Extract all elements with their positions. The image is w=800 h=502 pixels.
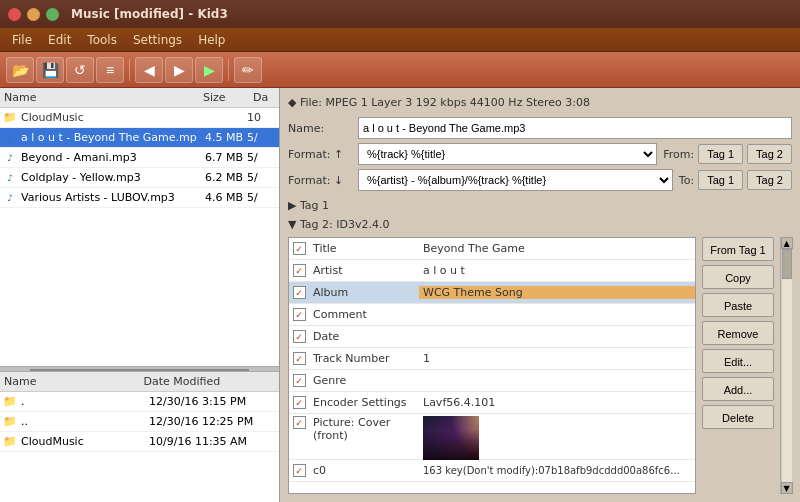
side-buttons: From Tag 1 Copy Paste Remove Edit... Add… — [702, 237, 774, 494]
open-button[interactable]: 📂 — [6, 57, 34, 83]
add-button[interactable]: Add... — [702, 377, 774, 401]
col-size-header: Size — [199, 91, 249, 104]
delete-button[interactable]: Delete — [702, 405, 774, 429]
copy-button[interactable]: Copy — [702, 265, 774, 289]
main-area: Name Size Da 📁 CloudMusic 10 ♪ a l o u t… — [0, 88, 800, 502]
name-input[interactable] — [358, 117, 792, 139]
field-album-value: WCG Theme Song — [419, 286, 695, 299]
format1-from-to: From: Tag 1 Tag 2 — [663, 144, 792, 164]
play-button[interactable]: ▶ — [195, 57, 223, 83]
crowd-silhouette — [423, 430, 479, 460]
format2-tag1-button[interactable]: Tag 1 — [698, 170, 743, 190]
paste-button[interactable]: Paste — [702, 293, 774, 317]
menu-edit[interactable]: Edit — [40, 31, 79, 49]
format1-tag2-button[interactable]: Tag 2 — [747, 144, 792, 164]
check-artist[interactable]: ✓ — [289, 264, 309, 277]
name-row: Name: — [288, 117, 792, 139]
table-row[interactable]: ✓ Title Beyond The Game — [289, 238, 695, 260]
table-row[interactable]: ✓ Date — [289, 326, 695, 348]
file-list-bottom: Name Date Modified 📁 . 12/30/16 3:15 PM … — [0, 372, 279, 502]
reload-button[interactable]: ↺ — [66, 57, 94, 83]
prev-button[interactable]: ◀ — [135, 57, 163, 83]
field-encoder-label: Encoder Settings — [309, 396, 419, 409]
format2-tag2-button[interactable]: Tag 2 — [747, 170, 792, 190]
edit-button[interactable]: Edit... — [702, 349, 774, 373]
field-track-label: Track Number — [309, 352, 419, 365]
table-row[interactable]: ✓ Album WCG Theme Song — [289, 282, 695, 304]
next-button[interactable]: ▶ — [165, 57, 193, 83]
list-item[interactable]: 📁 .. 12/30/16 12:25 PM — [0, 412, 279, 432]
table-row[interactable]: ✓ Artist a l o u t — [289, 260, 695, 282]
splitter-handle — [30, 369, 249, 371]
vertical-scrollbar[interactable]: ▲ ▼ — [780, 237, 792, 494]
check-album[interactable]: ✓ — [289, 286, 309, 299]
menu-file[interactable]: File — [4, 31, 40, 49]
col-date-header: Da — [249, 91, 279, 104]
mp3-icon: ♪ — [2, 130, 18, 146]
field-c0-value: 163 key(Don't modify):07b18afb9dcddd00a8… — [419, 465, 695, 476]
check-title[interactable]: ✓ — [289, 242, 309, 255]
list-item[interactable]: 📁 . 12/30/16 3:15 PM — [0, 392, 279, 412]
tag2-header[interactable]: ▼ Tag 2: ID3v2.4.0 — [288, 218, 390, 231]
check-genre[interactable]: ✓ — [289, 374, 309, 387]
list-item[interactable]: 📁 CloudMusic 10/9/16 11:35 AM — [0, 432, 279, 452]
file-item-date: 10/9/16 11:35 AM — [149, 435, 277, 448]
scroll-thumb[interactable] — [782, 249, 792, 279]
scroll-up-arrow[interactable]: ▲ — [781, 237, 793, 249]
save-button[interactable]: 💾 — [36, 57, 64, 83]
from-tag1-button[interactable]: From Tag 1 — [702, 237, 774, 261]
tag2-section[interactable]: ▼ Tag 2: ID3v2.4.0 — [288, 218, 792, 231]
table-row[interactable]: ✓ Track Number 1 — [289, 348, 695, 370]
file-item-size: 4.6 MB — [197, 191, 247, 204]
table-row[interactable]: ✓ Comment — [289, 304, 695, 326]
file-item-date: 5/ — [247, 131, 277, 144]
table-row[interactable]: ✓ Genre — [289, 370, 695, 392]
format1-tag1-button[interactable]: Tag 1 — [698, 144, 743, 164]
check-comment[interactable]: ✓ — [289, 308, 309, 321]
menu-settings[interactable]: Settings — [125, 31, 190, 49]
field-title-value: Beyond The Game — [419, 242, 695, 255]
check-date[interactable]: ✓ — [289, 330, 309, 343]
format2-select[interactable]: %{artist} - %{album}/%{track} %{title} — [358, 169, 673, 191]
file-item-name: CloudMusic — [21, 435, 149, 448]
tag1-header[interactable]: ▶ Tag 1 — [288, 199, 329, 212]
table-row[interactable]: ✓ Picture: Cover (front) — [289, 414, 695, 460]
close-button[interactable] — [8, 8, 21, 21]
field-title-label: Title — [309, 242, 419, 255]
table-row[interactable]: ✓ c0 163 key(Don't modify):07b18afb9dcdd… — [289, 460, 695, 482]
check-track[interactable]: ✓ — [289, 352, 309, 365]
file-item-date: 5/ — [247, 171, 277, 184]
check-c0[interactable]: ✓ — [289, 464, 309, 477]
check-picture[interactable]: ✓ — [289, 416, 309, 429]
file-info-bar: ◆ File: MPEG 1 Layer 3 192 kbps 44100 Hz… — [288, 96, 792, 109]
field-encoder-value: Lavf56.4.101 — [419, 396, 695, 409]
table-row[interactable]: ✓ Encoder Settings Lavf56.4.101 — [289, 392, 695, 414]
menu-help[interactable]: Help — [190, 31, 233, 49]
menu-tools[interactable]: Tools — [79, 31, 125, 49]
list-item[interactable]: ♪ Various Artists - LUBOV.mp3 4.6 MB 5/ — [0, 188, 279, 208]
format1-select[interactable]: %{track} %{title} — [358, 143, 657, 165]
list-button[interactable]: ≡ — [96, 57, 124, 83]
list-item[interactable]: ♪ a l o u t - Beyond The Game.mp3 4.5 MB… — [0, 128, 279, 148]
file-item-size: 4.5 MB — [197, 131, 247, 144]
format2-row: Format: ↓ %{artist} - %{album}/%{track} … — [288, 169, 792, 191]
tag-table: ✓ Title Beyond The Game ✓ Artist a l o u… — [288, 237, 696, 494]
maximize-button[interactable] — [46, 8, 59, 21]
format1-label: Format: ↑ — [288, 148, 358, 161]
edit-button[interactable]: ✏ — [234, 57, 262, 83]
minimize-button[interactable] — [27, 8, 40, 21]
scroll-down-arrow[interactable]: ▼ — [781, 482, 793, 494]
check-encoder[interactable]: ✓ — [289, 396, 309, 409]
list-item[interactable]: ♪ Coldplay - Yellow.mp3 6.2 MB 5/ — [0, 168, 279, 188]
file-list-bottom-header: Name Date Modified — [0, 372, 279, 392]
file-item-name: Beyond - Amani.mp3 — [21, 151, 197, 164]
remove-button[interactable]: Remove — [702, 321, 774, 345]
tag1-section[interactable]: ▶ Tag 1 — [288, 199, 792, 212]
file-list-header: Name Size Da — [0, 88, 279, 108]
scroll-track[interactable] — [782, 249, 792, 482]
col-name-header: Name — [0, 91, 199, 104]
bottom-col-name: Name — [0, 375, 144, 388]
list-item[interactable]: 📁 CloudMusic 10 — [0, 108, 279, 128]
file-item-name: .. — [21, 415, 149, 428]
list-item[interactable]: ♪ Beyond - Amani.mp3 6.7 MB 5/ — [0, 148, 279, 168]
